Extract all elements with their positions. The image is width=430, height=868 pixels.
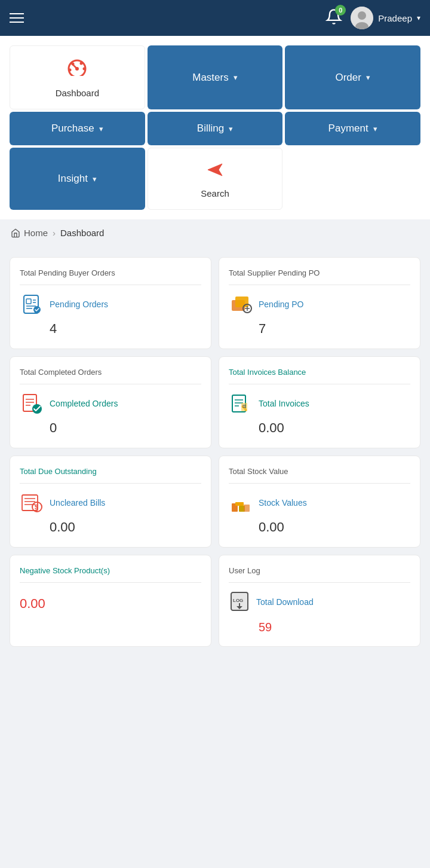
pending-buyer-value: 4: [20, 321, 201, 337]
uncleared-bills-link[interactable]: $ Uncleared Bills: [20, 491, 201, 515]
card-userlog-content: LOG Total Download 59: [229, 590, 410, 634]
card-userlog: User Log LOG Total Download 59: [219, 555, 420, 647]
svg-point-8: [83, 68, 86, 71]
card-pending-buyer-title: Total Pending Buyer Orders: [20, 268, 201, 285]
svg-text:$: $: [35, 503, 38, 511]
card-pending-buyer-content: Pending Orders 4: [20, 292, 201, 337]
svg-point-6: [72, 63, 75, 66]
pending-orders-label: Pending Orders: [50, 299, 108, 309]
svg-point-4: [75, 67, 79, 71]
nav-purchase[interactable]: Purchase ▾: [10, 112, 145, 145]
card-due-title: Total Due Outstanding: [20, 467, 201, 484]
stock-values-link[interactable]: Stock Values: [229, 491, 410, 515]
nav-insight-label: Insight: [58, 173, 88, 185]
username-label: Pradeep: [378, 13, 412, 23]
nav-search[interactable]: Search: [148, 148, 283, 210]
card-negative-stock-content: 0.00: [20, 590, 201, 612]
nav-dashboard-label: Dashboard: [56, 88, 99, 98]
breadcrumb: Home › Dashboard: [0, 219, 430, 246]
stock-values-icon: [229, 491, 253, 515]
card-pending-supplier-content: Pending PO 7: [229, 292, 410, 337]
pending-po-link[interactable]: Pending PO: [229, 292, 410, 316]
due-value: 0.00: [20, 519, 201, 535]
completed-orders-link[interactable]: Completed Orders: [20, 392, 201, 415]
svg-point-5: [69, 69, 72, 72]
stock-values-label: Stock Values: [259, 498, 307, 508]
card-invoices: Total Invoices Balance: [219, 356, 420, 448]
card-completed-title: Total Completed Orders: [20, 368, 201, 384]
nav-insight[interactable]: Insight ▾: [10, 148, 145, 210]
card-negative-stock-title: Negative Stock Product(s): [20, 566, 201, 583]
nav-order-label: Order: [335, 72, 361, 84]
svg-text:LOG: LOG: [233, 598, 243, 603]
total-download-link[interactable]: LOG Total Download: [229, 590, 410, 615]
card-pending-supplier: Total Supplier Pending PO Pending PO: [219, 257, 420, 349]
dashboard-icon: [65, 57, 89, 81]
card-invoices-content: Total Invoices 0.00: [229, 392, 410, 436]
card-completed: Total Completed Orders Completed Ord: [10, 356, 211, 448]
purchase-chevron-icon: ▾: [99, 124, 103, 133]
nav-masters[interactable]: Masters ▾: [148, 45, 283, 109]
payment-chevron-icon: ▾: [373, 124, 377, 133]
nav-grid: Dashboard Masters ▾ Order ▾ Purchase ▾ B…: [0, 36, 430, 219]
userlog-count: 59: [229, 621, 410, 634]
pending-orders-icon: [20, 292, 44, 316]
completed-orders-icon: [20, 392, 44, 415]
card-pending-supplier-title: Total Supplier Pending PO: [229, 268, 410, 285]
order-chevron-icon: ▾: [366, 73, 370, 82]
card-completed-content: Completed Orders 0: [20, 392, 201, 436]
card-due-content: $ Uncleared Bills 0.00: [20, 491, 201, 535]
completed-orders-label: Completed Orders: [50, 399, 118, 408]
nav-search-label: Search: [201, 188, 229, 198]
breadcrumb-home-label: Home: [24, 228, 48, 238]
uncleared-bills-icon: $: [20, 491, 44, 515]
card-userlog-title: User Log: [229, 566, 410, 583]
uncleared-bills-label: Uncleared Bills: [50, 498, 105, 508]
pending-supplier-value: 7: [229, 321, 410, 337]
nav-payment-label: Payment: [328, 123, 368, 135]
insight-chevron-icon: ▾: [93, 175, 97, 184]
card-stock-title: Total Stock Value: [229, 467, 410, 484]
header-left: [10, 13, 24, 23]
invoices-value: 0.00: [229, 420, 410, 436]
notification-bell[interactable]: 0: [325, 8, 342, 27]
billing-chevron-icon: ▾: [229, 124, 233, 133]
nav-billing-label: Billing: [197, 123, 224, 135]
masters-chevron-icon: ▾: [234, 73, 238, 82]
breadcrumb-current-label: Dashboard: [60, 228, 104, 238]
svg-rect-41: [235, 502, 244, 506]
card-negative-stock: Negative Stock Product(s) 0.00: [10, 555, 211, 647]
card-invoices-title: Total Invoices Balance: [229, 368, 410, 384]
total-download-label: Total Download: [256, 597, 314, 607]
nav-payment[interactable]: Payment ▾: [285, 112, 420, 145]
app-header: 0 Pradeep ▾: [0, 0, 430, 36]
nav-order[interactable]: Order ▾: [285, 45, 420, 109]
total-invoices-icon: [229, 392, 253, 415]
search-plane-icon: [204, 159, 226, 184]
breadcrumb-home[interactable]: Home: [11, 228, 48, 238]
pending-po-icon: [229, 292, 253, 316]
nav-purchase-label: Purchase: [51, 123, 94, 135]
hamburger-menu[interactable]: [10, 13, 24, 23]
pending-orders-link[interactable]: Pending Orders: [20, 292, 201, 316]
user-menu[interactable]: Pradeep ▾: [351, 7, 420, 29]
nav-masters-label: Masters: [192, 72, 228, 84]
nav-billing[interactable]: Billing ▾: [148, 112, 283, 145]
card-due: Total Due Outstanding $ Uncleared Bil: [10, 456, 211, 548]
notification-badge: 0: [335, 5, 346, 16]
total-invoices-link[interactable]: Total Invoices: [229, 392, 410, 415]
user-chevron-icon: ▾: [417, 14, 420, 22]
nav-dashboard[interactable]: Dashboard: [10, 45, 145, 109]
svg-point-1: [358, 11, 366, 20]
stock-value: 0.00: [229, 519, 410, 535]
card-stock-content: Stock Values 0.00: [229, 491, 410, 535]
card-stock: Total Stock Value Stock Values 0.00: [219, 456, 420, 548]
svg-rect-17: [235, 297, 248, 307]
negative-stock-value: 0.00: [20, 596, 201, 612]
log-icon: LOG: [229, 590, 250, 615]
completed-value: 0: [20, 420, 201, 436]
svg-rect-42: [244, 505, 250, 512]
dashboard-section: Total Pending Buyer Orders: [0, 246, 430, 658]
breadcrumb-separator: ›: [53, 228, 56, 238]
total-invoices-label: Total Invoices: [259, 399, 309, 408]
